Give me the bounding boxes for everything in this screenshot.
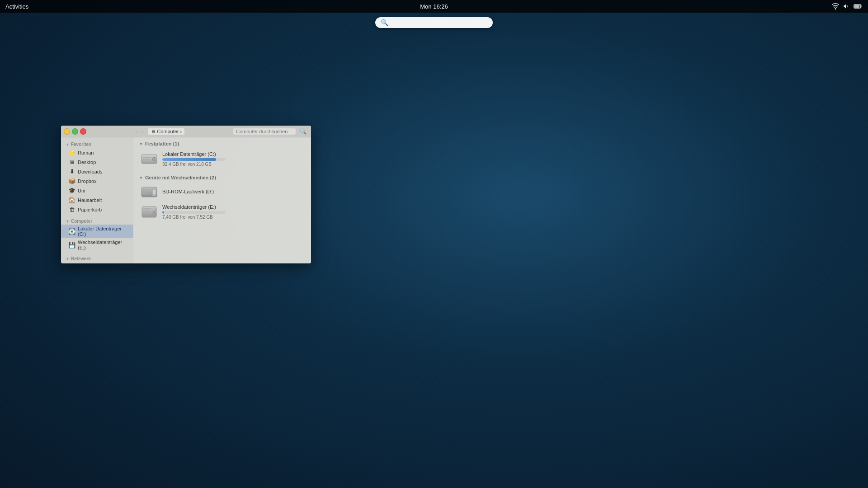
location-label: Computer [157, 129, 179, 134]
svg-rect-13 [153, 190, 156, 194]
drive-bar-c [162, 158, 226, 161]
svg-rect-10 [142, 191, 150, 192]
sidebar-item-dropbox[interactable]: 📦 Dropbox [61, 176, 133, 186]
network-arrow: ▼ [66, 257, 70, 261]
favorites-header: ▼ Favoriten [61, 140, 133, 148]
sidebar-item-hausarbeit[interactable]: 🏠 Hausarbeit [61, 195, 133, 205]
wifi-icon [832, 3, 839, 9]
trash-icon: 🗑 [68, 206, 75, 213]
search-input[interactable] [391, 19, 481, 26]
search-location-button[interactable]: 🔍 [298, 127, 308, 136]
sidebar-item-desktop[interactable]: 🖥 Desktop [61, 157, 133, 167]
sidebar-item-dropbox-label: Dropbox [78, 178, 97, 184]
optical-svg [141, 186, 157, 198]
sidebar-item-local-c-label: Lokaler Datenträger (C:) [78, 226, 128, 237]
usb-icon: 💾 [68, 242, 75, 249]
drive-bar-e [162, 211, 226, 214]
fm-body: ▼ Favoriten ⭐ Roman 🖥 Desktop ⬇ Download… [61, 137, 311, 263]
drive-free-e: 7,40 GB frei von 7,52 GB [162, 215, 304, 220]
sidebar-item-hausarbeit-label: Hausarbeit [78, 197, 102, 203]
sidebar-item-roman[interactable]: ⭐ Roman [61, 148, 133, 157]
wechselmedien-arrow: ▼ [139, 175, 143, 180]
computer-section-arrow: ▼ [66, 219, 70, 224]
search-icon: 🔍 [381, 19, 388, 26]
dropbox-icon: 📦 [68, 178, 75, 184]
activities-button[interactable]: Activities [5, 3, 28, 10]
festplatten-arrow: ▼ [139, 141, 143, 146]
drive-item-d[interactable]: BD-ROM-Laufwerk (D:) [139, 183, 306, 201]
sidebar-item-papierkorb[interactable]: 🗑 Papierkorb [61, 205, 133, 214]
svg-rect-16 [143, 211, 149, 211]
volume-icon [843, 3, 850, 9]
svg-rect-9 [142, 189, 151, 190]
svg-rect-17 [143, 213, 150, 214]
desktop-icon: 🖥 [68, 159, 75, 165]
close-button[interactable]: ✕ [80, 128, 86, 135]
drive-info-d: BD-ROM-Laufwerk (D:) [162, 189, 304, 196]
minimize-button[interactable]: _ [64, 128, 70, 135]
computer-icon: 🖥 [151, 129, 156, 134]
back-button[interactable]: ‹ [135, 128, 139, 135]
file-manager-window: _ □ ✕ ‹ › 🖥 Computer › 🔍 ▼ Favoriten [61, 126, 311, 263]
drive-info-c: Lokaler Datenträger (C:) 32,4 GB frei vo… [162, 151, 304, 167]
drive-item-c[interactable]: Lokaler Datenträger (C:) 32,4 GB frei vo… [139, 149, 306, 169]
nav-location[interactable]: 🖥 Computer › [148, 128, 184, 135]
sidebar-item-local-c[interactable]: 💽 Lokaler Datenträger (C:) [61, 225, 133, 238]
main-panel: ▼ Festplatten (1) [133, 137, 311, 263]
drive-bar-fill-c [162, 158, 216, 161]
uni-icon: 🎓 [68, 187, 75, 194]
wechselmedien-label: Geräte mit Wechselmedien (2) [145, 175, 216, 180]
drive-name-d: BD-ROM-Laufwerk (D:) [162, 189, 304, 194]
svg-rect-1 [861, 5, 862, 8]
festplatten-header: ▼ Festplatten (1) [139, 141, 306, 146]
titlebar-right: 🔍 [233, 127, 308, 136]
sidebar-item-uni-label: Uni [78, 188, 85, 193]
network-label: Netzwerk [71, 256, 91, 261]
network-header: ▼ Netzwerk [61, 254, 133, 262]
sidebar-item-downloads[interactable]: ⬇ Downloads [61, 167, 133, 176]
svg-rect-5 [143, 159, 149, 160]
clock: Mon 16:26 [420, 3, 448, 10]
drive-name-c: Lokaler Datenträger (C:) [162, 151, 304, 157]
nav-controls: ‹ › 🖥 Computer › [135, 128, 184, 135]
svg-rect-14 [142, 206, 156, 217]
favorites-arrow: ▼ [66, 142, 70, 147]
sidebar: ▼ Favoriten ⭐ Roman 🖥 Desktop ⬇ Download… [61, 137, 133, 263]
drive-free-c: 32,4 GB frei von 210 GB [162, 162, 304, 167]
section-divider [139, 171, 306, 171]
star-icon: ⭐ [68, 149, 75, 156]
computer-header: ▼ Computer [61, 217, 133, 225]
search-location-input[interactable] [233, 128, 296, 135]
festplatten-label: Festplatten (1) [145, 141, 179, 146]
search-bar: 🔍 [375, 17, 493, 28]
hdd-svg [141, 153, 157, 165]
downloads-icon: ⬇ [68, 168, 75, 175]
wechselmedien-header: ▼ Geräte mit Wechselmedien (2) [139, 175, 306, 180]
svg-rect-2 [854, 5, 860, 8]
svg-rect-11 [142, 193, 148, 194]
forward-button[interactable]: › [141, 128, 145, 135]
sidebar-item-wechsel-e-label: Wechseldatenträger (E:) [78, 239, 128, 250]
search-container: 🔍 [375, 17, 493, 28]
sidebar-item-uni[interactable]: 🎓 Uni [61, 186, 133, 195]
drive-bar-fill-e [162, 211, 164, 214]
drive-icon-usb-e [141, 205, 158, 219]
topbar: Activities Mon 16:26 [0, 0, 868, 13]
sidebar-item-papierkorb-label: Papierkorb [78, 207, 102, 212]
sidebar-item-roman-label: Roman [78, 150, 94, 155]
svg-rect-4 [143, 157, 151, 158]
drive-icon-optical-d [141, 185, 158, 199]
sidebar-item-wechsel-e[interactable]: 💾 Wechseldatenträger (E:) [61, 238, 133, 252]
drive-info-e: Wechseldatenträger (E:) 7,40 GB frei von… [162, 204, 304, 220]
hdd-icon: 💽 [68, 228, 75, 235]
topbar-right [832, 3, 863, 9]
power-icon [854, 3, 863, 9]
drive-icon-hdd-c [141, 152, 158, 166]
maximize-button[interactable]: □ [72, 128, 78, 135]
svg-rect-15 [143, 208, 151, 209]
titlebar: _ □ ✕ ‹ › 🖥 Computer › 🔍 [61, 126, 311, 137]
drive-item-e[interactable]: Wechseldatenträger (E:) 7,40 GB frei von… [139, 202, 306, 222]
drive-name-e: Wechseldatenträger (E:) [162, 204, 304, 210]
hausarbeit-icon: 🏠 [68, 197, 75, 203]
sidebar-item-desktop-label: Desktop [78, 160, 96, 165]
